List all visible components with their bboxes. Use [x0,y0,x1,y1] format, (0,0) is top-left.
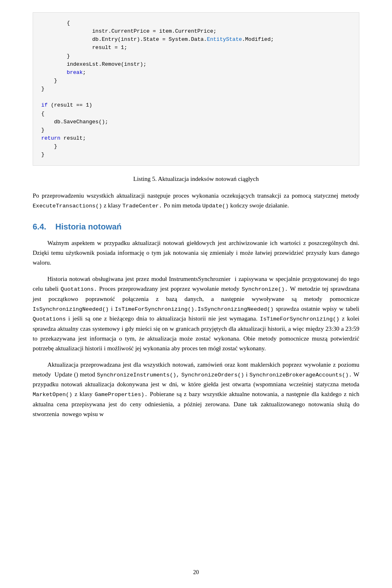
code-line: result = 1; [41,45,127,51]
code-line: if (result == 1) [41,102,92,108]
code-inline-sync-brokerage: SynchronizeBrokerageAccounts(). [249,372,352,378]
code-inline-is-sync-needed: IsSynchronizingNeeded() [33,306,109,312]
code-inline-quotations1: Quotations. [61,286,97,292]
section-paragraph-2: Historia notowań obsługiwana jest przez … [33,274,359,353]
code-inline-market-open: MarketOpen() [33,392,72,398]
code-inline-update: Update() [202,203,229,209]
code-inline-sync-instruments: SynchronizeInstruments(), [97,372,180,378]
code-line: } [41,78,57,84]
code-inline-is-time-for-sync: IsTimeForSynchronizing(). [115,306,198,312]
code-line: db.SaveChanges(); [41,119,108,125]
code-line: } [41,143,57,149]
code-inline-tradecenter: TradeCenter. [122,203,162,209]
listing-caption: Listing 5. Aktualizacja indeksów notowań… [33,176,359,183]
section-paragraph-3: Aktualizacja przeprowadzana jest dla wsz… [33,360,359,419]
code-line: return result; [41,135,86,141]
code-inline-quotations2: Quotations [33,316,66,322]
code-line: indexesLst.Remove(instr); [41,61,146,67]
page-number: 20 [193,569,199,576]
section-number: 6.4. [33,222,46,231]
code-line: { [41,111,45,117]
code-line: instr.CurrentPrice = item.CurrentPrice; [41,28,216,34]
code-line: } [41,127,45,133]
code-line: } [41,151,45,158]
section-title: Historia notowań [56,222,122,231]
code-inline-game-properties: GameProperties). [95,392,148,398]
code-inline-is-sync-needed2: IsSynchronizingNeeded() [198,306,274,312]
code-line: db.Entry(instr).State = System.Data.Enti… [41,36,274,42]
code-line: break; [41,69,86,76]
intro-paragraph: Po przeprowadzeniu wszystkich aktualizac… [33,191,359,211]
document-page: { instr.CurrentPrice = item.CurrentPrice… [0,0,392,588]
code-inline-is-time-for-sync2: IsTimeForSynchronizing() [260,316,339,322]
code-inline-execute: ExecuteTransactions() [33,203,102,209]
code-line: { [41,20,70,26]
section-heading-6-4: 6.4. Historia notowań [33,222,359,232]
code-line: } [41,86,45,92]
code-inline-sync-orders: SynchronizeOrders() [181,372,244,378]
section-paragraph-1: Ważnym aspektem w przypadku aktualizacji… [33,238,359,267]
code-inline-synchronize: Synchronize(). [242,286,288,292]
code-line: } [41,53,70,59]
code-block: { instr.CurrentPrice = item.CurrentPrice… [33,12,359,166]
